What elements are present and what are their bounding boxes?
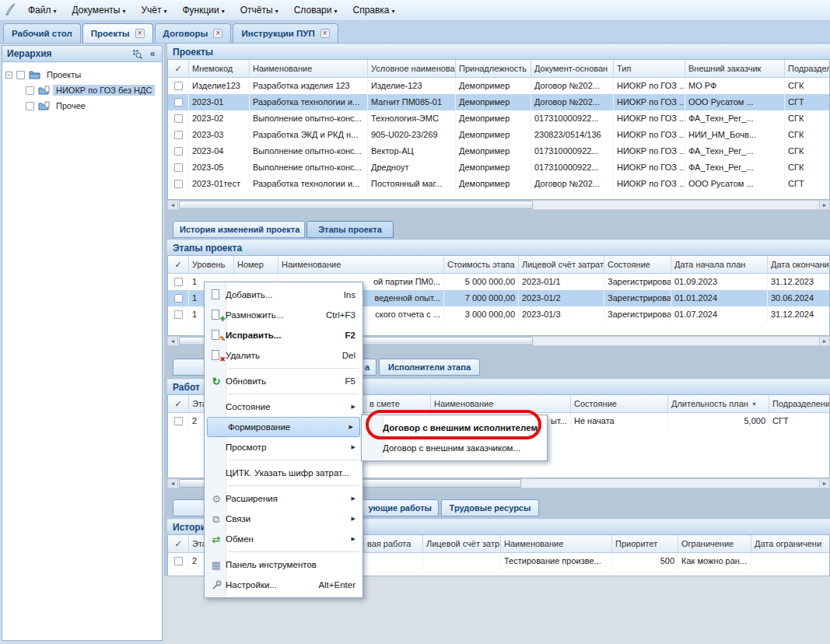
tab-project-history[interactable]: История изменений проекта [173, 221, 305, 238]
column-header[interactable]: Уровень [189, 256, 234, 274]
column-header[interactable]: Тип [614, 60, 685, 78]
column-header[interactable]: Номер [234, 256, 278, 274]
column-header[interactable]: Внешний заказчик [685, 60, 785, 78]
scroll-right-icon[interactable]: ► [819, 479, 829, 488]
row-checkbox[interactable] [174, 114, 183, 123]
tab-labor-resources[interactable]: Трудовые ресурсы [441, 499, 539, 516]
tree-checkbox[interactable] [26, 102, 34, 110]
column-header[interactable]: Документ-основан [531, 60, 614, 78]
tree-item[interactable]: −Проекты [2, 67, 162, 82]
column-header[interactable]: Приоритет [612, 535, 678, 553]
window-tab[interactable]: Проекты× [82, 23, 153, 43]
row-checkbox[interactable] [174, 98, 183, 107]
row-checkbox[interactable] [174, 310, 183, 319]
menu-item[interactable]: Документы▾ [65, 0, 134, 21]
window-tab[interactable]: Инструкции ПУП× [233, 23, 338, 43]
close-tab-icon[interactable]: × [135, 29, 145, 38]
column-header[interactable]: Состояние [604, 256, 671, 274]
table-row[interactable]: 2023-02Выполнение опытно-конс...Технолог… [168, 110, 829, 127]
tree-item[interactable]: Прочее [2, 98, 162, 114]
menu-item[interactable]: Настройки...Alt+Enter [205, 575, 362, 595]
row-checkbox[interactable] [174, 180, 183, 188]
column-header[interactable]: Дата начала план [671, 256, 768, 274]
column-header[interactable]: Подразделение [785, 60, 830, 78]
row-checkbox[interactable] [174, 131, 183, 139]
scrollbar-thumb[interactable] [179, 201, 533, 209]
column-header[interactable]: Стоимость этапа [444, 256, 519, 274]
menu-item[interactable]: Файл▾ [20, 0, 65, 21]
scroll-left-icon[interactable]: ◄ [168, 201, 178, 209]
menu-item[interactable]: Состояние▶ [205, 397, 362, 417]
menu-item[interactable]: Формирование▶ [207, 417, 360, 437]
close-tab-icon[interactable]: × [213, 29, 222, 38]
column-header[interactable]: Наименование [250, 60, 368, 78]
menu-item[interactable]: Функции▾ [174, 0, 232, 21]
column-header[interactable]: Лицевой счёт затр [423, 535, 501, 553]
scroll-right-icon[interactable]: ► [819, 201, 829, 209]
column-header[interactable]: Дата окончани [768, 256, 830, 274]
select-all-header[interactable]: ✓ [168, 256, 189, 274]
table-row[interactable]: 2023-05Выполнение опытно-конс...Дредноут… [168, 159, 829, 176]
menu-item[interactable]: ✖УдалитьDel [205, 345, 362, 366]
window-tab[interactable]: Договоры× [155, 23, 232, 43]
column-header[interactable]: Мнемокод [189, 60, 250, 78]
table-row[interactable]: 2023-03Разработка ЭКД и РКД н...905-U020… [168, 127, 829, 143]
menu-item[interactable]: Добавить...Ins [205, 285, 362, 305]
menu-item[interactable]: ⧉Связи▶ [205, 509, 362, 529]
select-all-header[interactable]: ✓ [168, 395, 189, 413]
row-checkbox[interactable] [174, 294, 183, 303]
menu-item[interactable]: Договор с внешним исполнителем... [362, 418, 546, 438]
column-header[interactable]: Принадлежность [456, 60, 531, 78]
window-tab[interactable]: Рабочий стол [3, 23, 81, 43]
row-checkbox[interactable] [174, 557, 183, 565]
column-header[interactable]: Наименование [278, 256, 444, 274]
select-all-header[interactable]: ✓ [168, 60, 189, 78]
tab-project-stages[interactable]: Этапы проекта [306, 221, 394, 238]
column-header[interactable]: в смете [366, 395, 431, 413]
menu-item[interactable]: ✚Размножить...Ctrl+F3 [205, 305, 362, 325]
scroll-left-icon[interactable]: ◄ [168, 337, 178, 345]
locate-in-tree-icon[interactable] [131, 47, 143, 60]
menu-item[interactable]: ✎Исправить...F2 [205, 325, 362, 345]
row-checkbox[interactable] [174, 417, 183, 425]
menu-item[interactable]: ⇄Обмен▶ [205, 529, 362, 549]
row-checkbox[interactable] [174, 147, 183, 156]
column-header[interactable]: Наименование [431, 395, 571, 413]
column-header[interactable]: Подразделение-испо [769, 395, 830, 413]
row-checkbox[interactable] [174, 82, 183, 90]
menu-item[interactable]: ↻ОбновитьF5 [205, 371, 362, 391]
scroll-right-icon[interactable]: ► [819, 337, 829, 345]
collapse-panel-icon[interactable]: « [146, 47, 159, 60]
menu-item[interactable]: ▦Панель инструментов [205, 555, 362, 575]
column-header[interactable]: Длительность план▼ [668, 395, 769, 413]
row-checkbox[interactable] [174, 163, 183, 172]
menu-item[interactable]: ЦИТК. Указать шифр затрат... [205, 463, 362, 483]
column-header[interactable]: Лицевой счёт затрат [519, 256, 604, 274]
tree-expander-icon[interactable]: − [5, 72, 12, 79]
menu-item[interactable]: Просмотр▶ [205, 437, 362, 457]
tree-item[interactable]: НИОКР по ГОЗ без НДС [2, 82, 162, 98]
tab-stage-executors[interactable]: Исполнители этапа [379, 359, 480, 376]
menu-item[interactable]: Договор с внешним заказчиком... [362, 438, 546, 458]
scroll-left-icon[interactable]: ◄ [168, 479, 178, 488]
column-header[interactable]: Состояние [571, 395, 668, 413]
select-all-header[interactable]: ✓ [168, 535, 189, 553]
column-header[interactable]: Ограничение [678, 535, 751, 553]
column-header[interactable]: Наименование [501, 535, 612, 553]
menu-item[interactable]: Отчёты▾ [233, 0, 286, 21]
table-row[interactable]: Изделие123Разработка изделия 123Изделие-… [168, 78, 829, 94]
tree-checkbox[interactable] [26, 86, 34, 95]
column-header[interactable]: Дата ограничени [751, 535, 830, 553]
menu-item[interactable]: Справка▾ [345, 0, 402, 21]
table-row[interactable]: 2023-04Выполнение опытно-конс...Вектор-А… [168, 143, 829, 159]
table-row[interactable]: 2023-01тестРазработка технологии и...Пос… [168, 176, 829, 192]
column-header[interactable]: Условное наименова [368, 60, 456, 78]
menu-item[interactable]: Словари▾ [286, 0, 345, 21]
close-tab-icon[interactable]: × [320, 29, 330, 38]
menu-item[interactable]: ⚙Расширения▶ [205, 488, 362, 509]
table-row[interactable]: 2023-01Разработка технологии и...Магнит … [168, 94, 829, 110]
column-header[interactable]: вая работа [364, 535, 423, 553]
row-checkbox[interactable] [174, 278, 183, 286]
tree-checkbox[interactable] [16, 71, 25, 79]
menu-item[interactable]: Учёт▾ [133, 0, 174, 21]
